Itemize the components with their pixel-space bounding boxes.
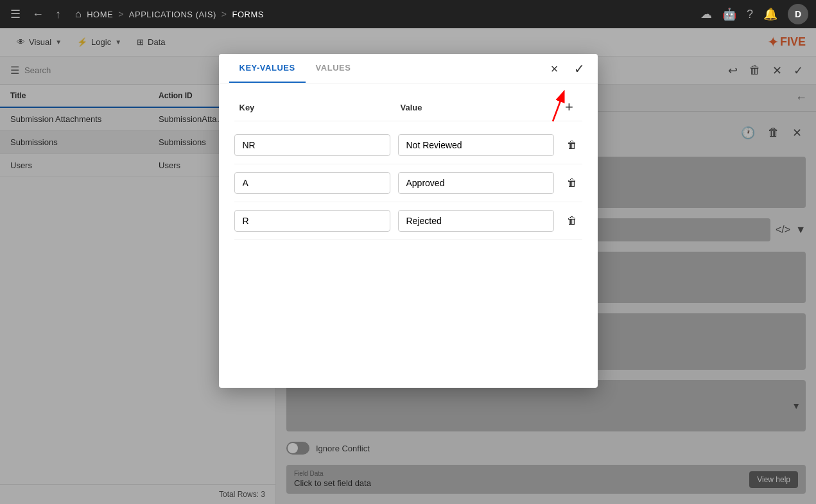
key-input-0[interactable] [234, 134, 390, 156]
modal-body: Key Value + 🗑 🗑 🗑 [219, 83, 598, 388]
up-icon[interactable]: ↑ [53, 5, 64, 24]
avatar[interactable]: D [788, 4, 808, 24]
delete-row-button-0[interactable]: 🗑 [562, 135, 582, 155]
modal-columns-header: Key Value + [234, 94, 582, 121]
breadcrumb: ⌂ HOME > APPLICATIONS (AIS) > FORMS [75, 8, 264, 20]
modal-data-row: 🗑 [234, 126, 582, 164]
value-column-header: Value [395, 103, 557, 112]
key-input-1[interactable] [234, 172, 390, 194]
cloud-icon[interactable]: ☁ [700, 7, 712, 21]
breadcrumb-home[interactable]: HOME [87, 10, 113, 19]
value-input-1[interactable] [398, 172, 554, 194]
home-icon: ⌂ [75, 8, 82, 20]
help-icon[interactable]: ? [747, 8, 753, 21]
value-input-0[interactable] [398, 134, 554, 156]
key-column-header: Key [234, 103, 395, 112]
breadcrumb-forms[interactable]: FORMS [232, 10, 263, 19]
add-row-button[interactable]: + [565, 99, 573, 115]
delete-row-button-1[interactable]: 🗑 [562, 173, 582, 193]
value-input-2[interactable] [398, 210, 554, 232]
modal-header: KEY-VALUES VALUES × ✓ [219, 54, 598, 83]
modal-close-area: × ✓ [548, 60, 587, 78]
key-input-2[interactable] [234, 210, 390, 232]
delete-row-button-2[interactable]: 🗑 [562, 211, 582, 231]
breadcrumb-app[interactable]: APPLICATIONS (AIS) [129, 10, 216, 19]
top-nav-right-icons: ☁ 🤖 ? 🔔 D [700, 4, 808, 24]
add-column-header: + [557, 99, 582, 116]
modal-tabs: KEY-VALUES VALUES [229, 54, 361, 83]
tab-values[interactable]: VALUES [306, 54, 361, 83]
top-nav-bar: ☰ ← ↑ ⌂ HOME > APPLICATIONS (AIS) > FORM… [0, 0, 816, 28]
modal-confirm-button[interactable]: ✓ [571, 60, 587, 78]
back-icon[interactable]: ← [30, 5, 46, 24]
modal-overlay: KEY-VALUES VALUES × ✓ Key Value [0, 28, 816, 504]
menu-icon[interactable]: ☰ [8, 4, 23, 24]
modal-data-row: 🗑 [234, 202, 582, 240]
modal-close-button[interactable]: × [548, 60, 561, 78]
bell-icon[interactable]: 🔔 [763, 7, 777, 21]
key-values-modal: KEY-VALUES VALUES × ✓ Key Value [219, 54, 598, 388]
modal-data-row: 🗑 [234, 164, 582, 202]
tab-key-values[interactable]: KEY-VALUES [229, 54, 306, 83]
bot-icon[interactable]: 🤖 [722, 7, 736, 21]
